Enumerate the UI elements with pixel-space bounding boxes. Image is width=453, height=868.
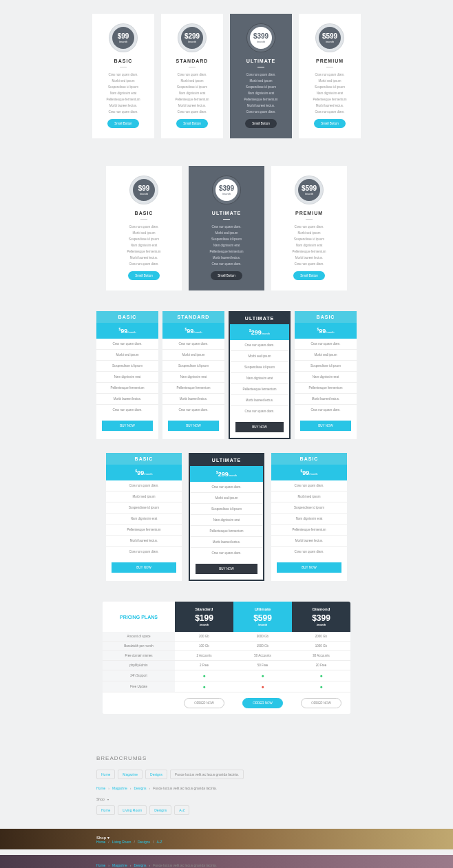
feature-item: Morbi sed ipsum bbox=[112, 231, 176, 235]
breadcrumb-item[interactable]: Designs bbox=[138, 840, 150, 844]
divider bbox=[306, 219, 313, 220]
check-icon: ● bbox=[319, 673, 322, 678]
check-icon: ● bbox=[261, 673, 264, 678]
breadcrumb-item[interactable]: Home bbox=[96, 840, 105, 844]
small-button[interactable]: Small Button bbox=[128, 271, 160, 280]
price-badge: $599 /month bbox=[316, 24, 344, 52]
feature-item: Cras non quam diam. bbox=[167, 110, 218, 114]
small-button[interactable]: Small Button bbox=[293, 271, 325, 280]
order-button[interactable]: ORDER NOW bbox=[242, 698, 283, 708]
breadcrumb-item[interactable]: Magazine bbox=[112, 786, 127, 790]
feature-item: Suspendisse id ipsum bbox=[277, 237, 341, 241]
breadcrumb-item[interactable]: Designs bbox=[145, 770, 167, 779]
feature-value: 100 Gb bbox=[175, 642, 233, 651]
feature-item: Suspendisse id ipsum bbox=[167, 85, 218, 89]
feature-item: Morbi laoreet lectus. bbox=[190, 537, 263, 548]
feature-item: Cras non quam diam. bbox=[106, 547, 182, 557]
feature-label: phpMyAdmin bbox=[103, 661, 175, 670]
price: $299 bbox=[181, 32, 203, 40]
buy-button[interactable]: BUY NOW bbox=[102, 421, 153, 431]
order-button[interactable]: ORDER NOW bbox=[301, 698, 341, 708]
chevron-icon: / bbox=[134, 840, 135, 844]
feature-value: 1500 Gb bbox=[233, 642, 292, 651]
period: /month bbox=[181, 40, 203, 43]
plan-name: STANDARD bbox=[162, 311, 224, 323]
feature-item: Nam dignissim erat bbox=[271, 514, 347, 525]
feature-value: 30 Accounts bbox=[292, 651, 350, 661]
price-bar: $299/month bbox=[230, 324, 289, 340]
feature-value: 2000 Gb bbox=[292, 632, 350, 642]
breadcrumb-item[interactable]: Designs bbox=[149, 805, 171, 815]
breadcrumb-item[interactable]: Designs bbox=[134, 863, 146, 867]
feature-item: Morbi sed ipsum bbox=[167, 79, 218, 83]
feature-item: Nam dignissim erat bbox=[106, 514, 182, 525]
feature-item: Suspendisse id ipsum bbox=[96, 361, 158, 372]
small-button[interactable]: Small Button bbox=[176, 119, 208, 128]
period: /month bbox=[319, 40, 341, 43]
plan-name: STANDARD bbox=[167, 59, 218, 63]
buy-button[interactable]: BUY NOW bbox=[168, 421, 219, 431]
feature-item: Morbi laoreet lectus. bbox=[96, 394, 158, 405]
breadcrumb: Home › Magazine › Designs › Fusce luctus… bbox=[96, 786, 357, 790]
plan-name: PREMIUM bbox=[304, 59, 355, 63]
breadcrumb-current: Fusce luctus velit ac lacus gravida laci… bbox=[153, 786, 217, 790]
feature-item: Cras non quam diam. bbox=[235, 110, 286, 114]
feature-value: ● bbox=[175, 681, 233, 692]
feature-item: Cras non quam diam. bbox=[235, 73, 286, 76]
ribbon-icon bbox=[251, 454, 264, 466]
plan-header: Diamond$399/month bbox=[292, 602, 350, 632]
small-button[interactable]: Small Button bbox=[107, 119, 139, 128]
feature-item: Suspendisse id ipsum bbox=[230, 362, 289, 373]
feature-item: Suspendisse id ipsum bbox=[235, 85, 286, 89]
feature-item: Nam dignissim erat bbox=[98, 92, 149, 95]
breadcrumb-item[interactable]: Home bbox=[96, 770, 115, 779]
buy-button[interactable]: BUY NOW bbox=[300, 421, 351, 431]
feature-item: Morbi sed ipsum bbox=[304, 79, 355, 83]
buy-button[interactable]: BUY NOW bbox=[235, 422, 284, 432]
feature-item: Nam dignissim erat bbox=[112, 244, 176, 247]
feature-item: Pellentesque fermentum bbox=[96, 383, 158, 394]
small-button[interactable]: Small Button bbox=[314, 119, 346, 128]
breadcrumb-item[interactable]: A-Z bbox=[174, 805, 189, 815]
price-bar: $99/month bbox=[96, 323, 158, 339]
price-badge: $99 /month bbox=[109, 24, 137, 52]
order-button[interactable]: ORDER NOW bbox=[184, 698, 224, 708]
feature-item: Morbi laoreet lectus. bbox=[271, 536, 347, 547]
feature-value: 3000 Gb bbox=[233, 632, 292, 642]
breadcrumb-item[interactable]: Home bbox=[96, 786, 105, 790]
breadcrumb-item[interactable]: A-Z bbox=[156, 840, 162, 844]
feature-item: Morbi laoreet lectus. bbox=[235, 104, 286, 107]
breadcrumb-item[interactable]: Home bbox=[96, 863, 105, 867]
pricing-card: STANDARD $99/month Cras non quam diam.Mo… bbox=[162, 311, 224, 439]
feature-item: Morbi sed ipsum bbox=[271, 491, 347, 502]
chevron-icon: › bbox=[130, 863, 131, 867]
small-button[interactable]: Small Button bbox=[245, 119, 277, 128]
buy-button[interactable]: BUY NOW bbox=[112, 562, 176, 573]
feature-item: Cras non quam diam. bbox=[112, 225, 176, 229]
breadcrumb-item[interactable]: Magazine bbox=[112, 863, 127, 867]
feature-label: Bandwidth per month bbox=[103, 642, 175, 651]
breadcrumb-item[interactable]: Designs bbox=[134, 786, 146, 790]
buy-button[interactable]: BUY NOW bbox=[277, 562, 341, 573]
price-badge: $299 /month bbox=[178, 24, 206, 52]
feature-item: Suspendisse id ipsum bbox=[106, 502, 182, 514]
breadcrumb-item[interactable]: Living Room bbox=[118, 805, 147, 815]
feature-item: Morbi laoreet lectus. bbox=[98, 104, 149, 107]
feature-item: Morbi laoreet lectus. bbox=[230, 395, 289, 406]
feature-item: Pellentesque fermentum bbox=[230, 384, 289, 395]
price-bar: $99/month bbox=[106, 465, 182, 480]
feature-item: Cras non quam diam. bbox=[277, 225, 341, 229]
feature-item: Morbi laoreet lectus. bbox=[295, 394, 357, 405]
buy-button[interactable]: BUY NOW bbox=[196, 564, 257, 574]
breadcrumb-item[interactable]: Home bbox=[96, 805, 115, 815]
small-button[interactable]: Small Button bbox=[211, 271, 242, 280]
period: /month bbox=[133, 192, 155, 195]
breadcrumb-item[interactable]: Magazine bbox=[118, 770, 143, 779]
price: $99 bbox=[133, 184, 155, 192]
pricing-card: BASIC $99/month Cras non quam diam.Morbi… bbox=[271, 453, 347, 581]
feature-item: Morbi laoreet lectus. bbox=[162, 394, 224, 405]
feature-item: Morbi sed ipsum bbox=[230, 351, 289, 362]
feature-item: Suspendisse id ipsum bbox=[304, 85, 355, 89]
breadcrumb-item[interactable]: Living Room bbox=[112, 840, 131, 844]
feature-item: Morbi sed ipsum bbox=[96, 350, 158, 361]
